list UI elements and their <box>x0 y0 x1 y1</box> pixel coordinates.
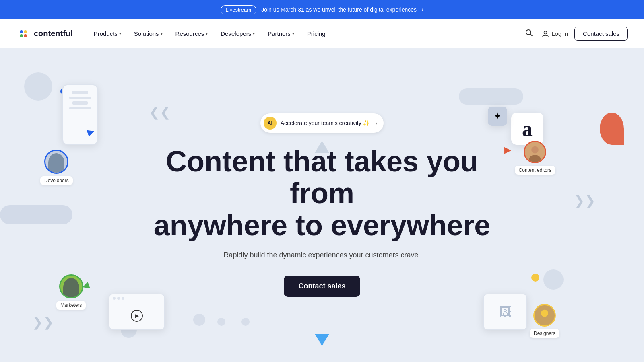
nav-label-products: Products <box>94 30 118 37</box>
blob-yellow-dot <box>531 274 539 282</box>
nav-actions: Log in Contact sales <box>522 26 628 41</box>
marketer-label: Marketers <box>56 301 86 310</box>
svg-point-9 <box>529 155 541 162</box>
svg-point-8 <box>531 146 539 154</box>
phone-bar-long <box>69 97 91 99</box>
svg-point-7 <box>544 31 547 34</box>
svg-point-10 <box>541 310 548 317</box>
chevron-down-icon: ▾ <box>161 31 163 36</box>
nav-links: Products ▾ Solutions ▾ Resources ▾ Devel… <box>89 28 523 39</box>
headline-line2: anywhere to everywhere <box>154 209 490 241</box>
search-button[interactable] <box>522 26 535 41</box>
marketer-person-shape <box>63 278 79 297</box>
contact-sales-button[interactable]: Contact sales <box>574 27 628 41</box>
nav-label-developers: Developers <box>221 30 251 37</box>
red-cursor-icon: ▶ <box>504 145 511 155</box>
search-icon <box>525 29 533 37</box>
ai-badge[interactable]: AI Accelerate your team's creativity ✨ › <box>260 113 384 133</box>
ai-badge-text: Accelerate your team's creativity ✨ <box>281 120 370 126</box>
video-card: ▶ <box>109 294 165 330</box>
phone-bar-2 <box>72 101 89 105</box>
developer-label: Developers <box>40 176 73 185</box>
triangle-decor-bottom <box>315 334 329 346</box>
login-button[interactable]: Log in <box>542 30 568 37</box>
nav-item-pricing[interactable]: Pricing <box>302 28 330 39</box>
designer-avatar <box>533 304 556 327</box>
user-icon <box>542 30 549 37</box>
nav-logo[interactable]: contentful <box>16 27 73 41</box>
top-banner: Livestream Join us March 31 as we unveil… <box>0 0 644 19</box>
svg-point-11 <box>539 318 551 325</box>
editor-text-card: a <box>511 113 543 145</box>
phone-bar <box>72 91 89 94</box>
marketer-avatar <box>59 274 83 298</box>
dot-2 <box>117 297 120 300</box>
marketer-avatar-group: Marketers <box>56 274 86 310</box>
ai-sparkle-card: ✦ <box>488 107 507 126</box>
banner-text: Join us March 31 as we unveil the future… <box>261 6 417 13</box>
nav-item-resources[interactable]: Resources ▾ <box>171 28 213 39</box>
login-label: Log in <box>551 30 568 37</box>
blob-sm-2 <box>217 318 225 326</box>
navbar: contentful Products ▾ Solutions ▾ Resour… <box>0 19 644 48</box>
svg-point-1 <box>20 30 23 33</box>
nav-item-solutions[interactable]: Solutions ▾ <box>129 28 167 39</box>
svg-point-4 <box>24 34 27 37</box>
nav-item-developers[interactable]: Developers ▾ <box>216 28 260 39</box>
chevron-down-icon: ▾ <box>292 31 294 36</box>
designer-label: Designers <box>530 329 559 338</box>
dot-1 <box>113 297 116 300</box>
editor-avatar <box>524 141 546 163</box>
phone-bar-long-2 <box>69 107 91 109</box>
hero-cta-button[interactable]: Contact sales <box>284 276 360 297</box>
banner-arrow: › <box>421 6 423 13</box>
chevron-bottom-decor: ❯❯ <box>32 315 54 330</box>
svg-line-6 <box>530 34 533 36</box>
chevron-down-icon: ▾ <box>119 31 121 36</box>
blob-decor <box>24 72 52 101</box>
logo-text: contentful <box>34 29 73 38</box>
svg-point-3 <box>20 34 23 37</box>
blob-gray-circle <box>543 269 564 290</box>
chevron-left-decor: ❮❮ <box>149 105 171 120</box>
blob-pill-left <box>0 205 72 224</box>
nav-label-pricing: Pricing <box>307 30 326 37</box>
play-button-icon[interactable]: ▶ <box>131 310 143 322</box>
hero-headline: Content that takes you from anywhere to … <box>141 146 503 241</box>
video-card-topbar <box>109 294 164 302</box>
triangle-decor-top <box>315 141 329 153</box>
logo-icon <box>16 27 31 41</box>
blob-sm-3 <box>242 318 250 326</box>
svg-point-2 <box>24 30 27 33</box>
editor-label: Content editors <box>515 166 555 175</box>
image-icon: 🖼 <box>499 304 512 319</box>
nav-label-resources: Resources <box>175 30 204 37</box>
nav-item-partners[interactable]: Partners ▾ <box>263 28 299 39</box>
developer-person-shape <box>48 153 64 173</box>
svg-rect-0 <box>16 27 31 41</box>
ai-circle: AI <box>264 117 277 130</box>
blob-red-shape <box>600 113 624 145</box>
designer-image-card: 🖼 <box>483 294 527 330</box>
livestream-badge[interactable]: Livestream <box>221 5 257 14</box>
developer-avatar-group: Developers <box>40 150 73 185</box>
video-card-body: ▶ <box>109 302 164 329</box>
chevron-down-icon: ▾ <box>253 31 255 36</box>
ai-badge-arrow: › <box>376 120 378 126</box>
chevron-right-decor: ❯❯ <box>574 193 596 208</box>
nav-item-products[interactable]: Products ▾ <box>89 28 126 39</box>
nav-label-partners: Partners <box>268 30 291 37</box>
blob-sm-1 <box>193 314 205 326</box>
nav-label-solutions: Solutions <box>134 30 159 37</box>
chevron-down-icon: ▾ <box>206 31 208 36</box>
dot-3 <box>122 297 124 300</box>
hero-subtext: Rapidly build the dynamic experiences yo… <box>223 251 420 259</box>
blob-pill-right <box>459 88 523 105</box>
editor-avatar-group: Content editors <box>515 141 555 175</box>
developer-avatar <box>44 150 68 174</box>
designer-avatar-group: Designers <box>530 304 559 338</box>
hero-section: ❮❮ ❯❯ ❯❯ ▶ Developers a ▶ ✦ Content edit… <box>0 48 644 362</box>
headline-line1: Content that takes you from <box>166 145 478 209</box>
